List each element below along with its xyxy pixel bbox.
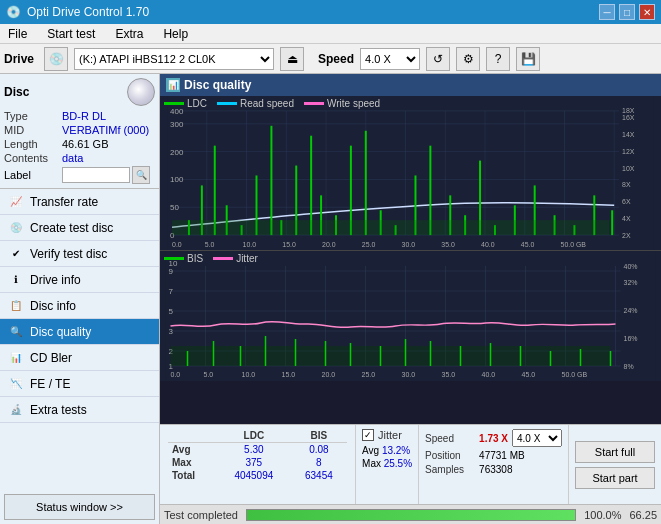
menu-extra[interactable]: Extra [111,25,147,43]
total-label: Total [168,469,217,482]
svg-text:50.0 GB: 50.0 GB [562,371,588,378]
svg-text:0.0: 0.0 [172,241,182,248]
nav-create-test-disc-label: Create test disc [30,221,113,235]
svg-text:2X: 2X [622,232,631,239]
svg-text:16X: 16X [622,114,635,121]
svg-text:32%: 32% [624,279,638,286]
speed-select[interactable]: 4.0 X Max 2.0 X [360,48,420,70]
disc-mid-label: MID [4,124,62,136]
nav-extra-tests[interactable]: 🔬 Extra tests [0,397,159,423]
nav-extra-tests-label: Extra tests [30,403,87,417]
chart-icon: 📊 [166,78,180,92]
drive-label: Drive [4,52,34,66]
max-label: Max [168,456,217,469]
svg-text:40.0: 40.0 [482,371,496,378]
svg-text:50: 50 [170,203,179,212]
disc-info-icon: 📋 [8,298,24,314]
progress-percent: 100.0% [584,509,621,521]
minimize-button[interactable]: ─ [599,4,615,20]
menu-bar: File Start test Extra Help [0,24,661,44]
save-button[interactable]: 💾 [516,47,540,71]
drive-icon-btn[interactable]: 💿 [44,47,68,71]
maximize-button[interactable]: □ [619,4,635,20]
svg-rect-72 [172,220,609,235]
top-chart: LDC Read speed Write speed [160,96,661,251]
progress-bar-container: Test completed 100.0% 66.25 [160,504,661,524]
disc-mid-row: MID VERBATIMf (000) [4,124,155,136]
svg-text:25.0: 25.0 [362,371,376,378]
disc-label-btn[interactable]: 🔍 [132,166,150,184]
nav-transfer-rate[interactable]: 📈 Transfer rate [0,189,159,215]
svg-text:25.0: 25.0 [362,241,376,248]
legend-write-speed: Write speed [304,98,380,109]
progress-right-value: 66.25 [629,509,657,521]
svg-text:10.0: 10.0 [242,371,256,378]
nav-disc-info[interactable]: 📋 Disc info [0,293,159,319]
progress-fill [247,510,575,520]
nav-disc-quality[interactable]: 🔍 Disc quality [0,319,159,345]
buttons-section: Start full Start part [568,425,661,504]
status-window-btn[interactable]: Status window >> [4,494,155,520]
sidebar: Disc Type BD-R DL MID VERBATIMf (000) Le… [0,74,160,524]
eject-button[interactable]: ⏏ [280,47,304,71]
close-button[interactable]: ✕ [639,4,655,20]
start-part-button[interactable]: Start part [575,467,655,489]
samples-row: Samples 763308 [425,464,562,475]
col-bis: BIS [291,429,347,443]
menu-file[interactable]: File [4,25,31,43]
disc-quality-icon: 🔍 [8,324,24,340]
refresh-button[interactable]: ↺ [426,47,450,71]
nav-disc-info-label: Disc info [30,299,76,313]
progress-track [246,509,576,521]
svg-text:50.0 GB: 50.0 GB [561,241,587,248]
nav-cd-bler[interactable]: 📊 CD Bler [0,345,159,371]
svg-text:16%: 16% [624,335,638,342]
disc-label-input[interactable] [62,167,130,183]
max-bis: 8 [291,456,347,469]
svg-text:5: 5 [169,307,174,316]
right-panel: 📊 Disc quality LDC Read speed [160,74,661,524]
jitter-checkbox[interactable]: ✓ [362,429,374,441]
nav-transfer-rate-label: Transfer rate [30,195,98,209]
settings-button[interactable]: ⚙ [456,47,480,71]
svg-text:200: 200 [170,148,184,157]
menu-start-test[interactable]: Start test [43,25,99,43]
svg-text:100: 100 [170,175,184,184]
svg-text:6X: 6X [622,198,631,205]
cd-bler-icon: 📊 [8,350,24,366]
menu-help[interactable]: Help [159,25,192,43]
disc-length-row: Length 46.61 GB [4,138,155,150]
legend-ldc: LDC [164,98,207,109]
samples-label: Samples [425,464,475,475]
stats-table: LDC BIS Avg 5.30 0.08 Max 375 [160,425,355,504]
extra-tests-icon: 🔬 [8,402,24,418]
avg-label: Avg [168,443,217,457]
bottom-chart: BIS Jitter [160,251,661,381]
avg-bis: 0.08 [291,443,347,457]
svg-text:40.0: 40.0 [481,241,495,248]
nav-create-test-disc[interactable]: 💿 Create test disc [0,215,159,241]
stats-total-row: Total 4045094 63454 [168,469,347,482]
stats-bar: LDC BIS Avg 5.30 0.08 Max 375 [160,424,661,504]
start-full-button[interactable]: Start full [575,441,655,463]
svg-text:10X: 10X [622,165,635,172]
legend-jitter: Jitter [213,253,258,264]
disc-panel-header: Disc [4,78,155,106]
speed-row: Speed 1.73 X 4.0 X [425,429,562,447]
svg-text:35.0: 35.0 [442,371,456,378]
position-row: Position 47731 MB [425,450,562,461]
speed-select-stats[interactable]: 4.0 X [512,429,562,447]
nav-verify-test-disc-label: Verify test disc [30,247,107,261]
disc-type-label: Type [4,110,62,122]
nav-verify-test-disc[interactable]: ✔ Verify test disc [0,241,159,267]
svg-text:18X: 18X [622,107,635,114]
nav-drive-info[interactable]: ℹ Drive info [0,267,159,293]
svg-text:8%: 8% [624,363,634,370]
drive-select[interactable]: (K:) ATAPI iHBS112 2 CL0K [74,48,274,70]
svg-text:45.0: 45.0 [522,371,536,378]
status-text: Test completed [164,509,238,521]
disc-type-row: Type BD-R DL [4,110,155,122]
help-toolbar-button[interactable]: ? [486,47,510,71]
speed-row-value: 1.73 X [479,433,508,444]
nav-fe-te[interactable]: 📉 FE / TE [0,371,159,397]
